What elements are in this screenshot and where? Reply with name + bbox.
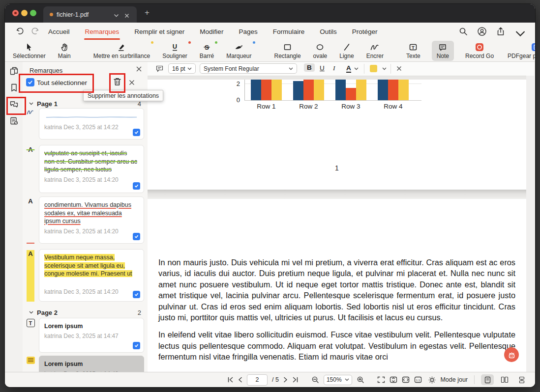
first-page-icon[interactable] bbox=[227, 377, 234, 383]
new-tab-button[interactable]: + bbox=[145, 8, 150, 18]
rectangle-icon bbox=[283, 42, 292, 52]
current-page-input[interactable] bbox=[247, 374, 268, 386]
annotation-card[interactable]: Lorem ipsum katrina Dec 3, 2025 at 14:47 bbox=[39, 318, 144, 353]
tool-text[interactable]: T Texte bbox=[405, 41, 421, 61]
section-collapse-chevron-icon[interactable] bbox=[29, 102, 33, 105]
tool-highlight[interactable]: Mettre en surbrillance bbox=[92, 41, 151, 61]
bookmarks-icon[interactable] bbox=[9, 83, 19, 92]
page-thumbnails-icon[interactable] bbox=[9, 66, 19, 76]
assistant-floating-button[interactable] bbox=[504, 347, 519, 362]
annotation-card-selected[interactable]: Lorem ipsum katrina Dec 3, 2025 at 14:48 bbox=[39, 356, 144, 372]
ink-stroke-preview bbox=[44, 112, 139, 121]
menu-tabs: Accueil Remarques Remplir et signer Modi… bbox=[48, 23, 377, 40]
continuous-scroll-view-button[interactable] bbox=[515, 374, 528, 385]
tab-close-icon[interactable] bbox=[124, 13, 129, 18]
previous-page-icon[interactable] bbox=[238, 377, 242, 383]
annotation-checkbox[interactable] bbox=[133, 182, 140, 190]
bold-button[interactable]: B bbox=[304, 63, 315, 72]
menu-tab-outils[interactable]: Outils bbox=[320, 28, 337, 35]
annotation-checkbox[interactable] bbox=[133, 233, 140, 240]
close-format-bar-icon[interactable] bbox=[396, 66, 402, 71]
tool-marker[interactable]: Marqueur bbox=[225, 41, 252, 61]
single-page-view-button[interactable] bbox=[481, 374, 494, 385]
dismiss-selection-icon[interactable] bbox=[129, 80, 135, 85]
document-tab[interactable]: fichier-1.pdf bbox=[43, 6, 137, 23]
tool-select[interactable]: Sélectionner bbox=[12, 41, 47, 61]
tool-line[interactable]: Ligne bbox=[338, 41, 355, 61]
record-go-icon bbox=[475, 42, 484, 52]
menu-tab-formulaire[interactable]: Formulaire bbox=[273, 28, 305, 35]
annotation-item-strikeout[interactable]: A vulputate ac suscipit et, iaculis non … bbox=[25, 145, 144, 193]
minimize-window-button[interactable] bbox=[21, 10, 28, 16]
tool-hand[interactable]: Main bbox=[57, 41, 72, 61]
undo-icon[interactable] bbox=[15, 26, 26, 37]
panel-close-icon[interactable] bbox=[136, 66, 142, 72]
record-go-button[interactable]: Record Go bbox=[464, 41, 495, 61]
menu-tab-remplir-et-signer[interactable]: Remplir et signer bbox=[134, 28, 184, 35]
zoom-in-icon[interactable] bbox=[357, 376, 364, 384]
tool-underline[interactable]: U Souligner bbox=[161, 41, 188, 61]
actual-size-icon[interactable]: 1:1 bbox=[414, 376, 422, 383]
document-scrollbar-gutter[interactable] bbox=[526, 76, 534, 372]
menu-tab-modifier[interactable]: Modifier bbox=[200, 28, 223, 35]
tool-ink[interactable]: Encrer bbox=[365, 41, 385, 61]
share-icon[interactable] bbox=[496, 27, 506, 36]
section-collapse-chevron-icon[interactable] bbox=[29, 311, 33, 314]
two-page-view-button[interactable] bbox=[498, 374, 511, 385]
annotation-card[interactable]: vulputate ac suscipit et, iaculis non es… bbox=[39, 145, 144, 193]
close-window-button[interactable] bbox=[12, 10, 19, 16]
underline-u-icon: U bbox=[171, 42, 179, 52]
font-color-chevron-icon[interactable] bbox=[354, 67, 359, 70]
font-family-select[interactable]: System Font Regular bbox=[200, 63, 297, 74]
zoom-window-button[interactable] bbox=[30, 10, 36, 16]
fit-page-icon[interactable] bbox=[377, 376, 385, 383]
zoom-level-select[interactable]: 150% bbox=[324, 375, 352, 385]
app-window: fichier-1.pdf + Accueil Remarques Rempli… bbox=[5, 4, 535, 387]
note-color-swatch[interactable] bbox=[370, 65, 377, 72]
last-page-icon[interactable] bbox=[292, 377, 299, 383]
menu-tab-proteger[interactable]: Protéger bbox=[352, 28, 378, 35]
tool-rectangle[interactable]: Rectangle bbox=[273, 41, 302, 61]
collapse-ribbon-chevron-icon[interactable] bbox=[515, 29, 525, 39]
bar-series-orange-1 bbox=[261, 80, 271, 100]
annotation-item-underline[interactable]: A condimentum. Vivamus dapibus sodales e… bbox=[25, 196, 144, 244]
italic-button[interactable]: I bbox=[333, 64, 335, 72]
underline-button[interactable]: U bbox=[320, 64, 325, 72]
annotation-item-text[interactable]: T Lorem ipsum katrina Dec 3, 2025 at 14:… bbox=[25, 318, 144, 353]
tool-note[interactable]: Note bbox=[432, 41, 454, 61]
font-size-select[interactable]: 16 pt bbox=[168, 63, 196, 74]
annotation-card[interactable]: condimentum. Vivamus dapibus sodales ex,… bbox=[39, 196, 144, 244]
next-page-icon[interactable] bbox=[283, 377, 288, 383]
zoom-out-icon[interactable] bbox=[311, 376, 319, 384]
menu-tab-accueil[interactable]: Accueil bbox=[48, 28, 70, 35]
annotation-card[interactable]: katrina Dec 3, 2025 at 14:22 bbox=[39, 108, 144, 140]
tool-oval[interactable]: ovale bbox=[312, 41, 329, 61]
tool-strikeout[interactable]: S Barré bbox=[199, 41, 215, 61]
search-icon[interactable] bbox=[458, 27, 468, 36]
check-icon bbox=[134, 130, 139, 135]
annotation-card[interactable]: Vestibulum neque massa, scelerisque sit … bbox=[39, 249, 144, 302]
swatch-chevron-icon[interactable] bbox=[382, 67, 387, 70]
annotation-text: Lorem ipsum bbox=[44, 360, 139, 368]
annotation-checkbox[interactable] bbox=[133, 291, 140, 298]
x-category-label: Row 4 bbox=[372, 103, 415, 110]
day-mode-label[interactable]: Mode jour bbox=[440, 376, 468, 383]
svg-text:1:1: 1:1 bbox=[416, 379, 420, 382]
font-color-button[interactable]: A bbox=[346, 64, 351, 73]
annotation-checkbox[interactable] bbox=[133, 129, 140, 136]
section-page-2[interactable]: Page 2 2 bbox=[23, 308, 148, 318]
redo-icon[interactable] bbox=[30, 26, 40, 37]
menu-tab-pages[interactable]: Pages bbox=[239, 28, 257, 35]
fit-height-icon[interactable] bbox=[390, 376, 397, 383]
fit-width-icon[interactable] bbox=[402, 376, 410, 383]
annotation-item-highlight[interactable]: A Vestibulum neque massa, scelerisque si… bbox=[25, 249, 144, 302]
tab-chevron-down-icon[interactable] bbox=[114, 14, 119, 17]
user-avatar-icon[interactable] bbox=[477, 27, 487, 36]
menu-tab-remarques[interactable]: Remarques bbox=[85, 28, 120, 35]
annotation-checkbox[interactable] bbox=[133, 342, 140, 349]
annotation-text: Vestibulum neque massa, scelerisque sit … bbox=[44, 253, 139, 278]
annotation-item-ink[interactable]: katrina Dec 3, 2025 at 14:22 bbox=[25, 108, 144, 140]
signatures-icon[interactable] bbox=[9, 116, 19, 126]
pdfgear-mobile-button[interactable]: PDFgear pour mobile bbox=[507, 41, 535, 61]
annotation-item-note[interactable]: Lorem ipsum katrina Dec 3, 2025 at 14:48 bbox=[25, 356, 144, 372]
